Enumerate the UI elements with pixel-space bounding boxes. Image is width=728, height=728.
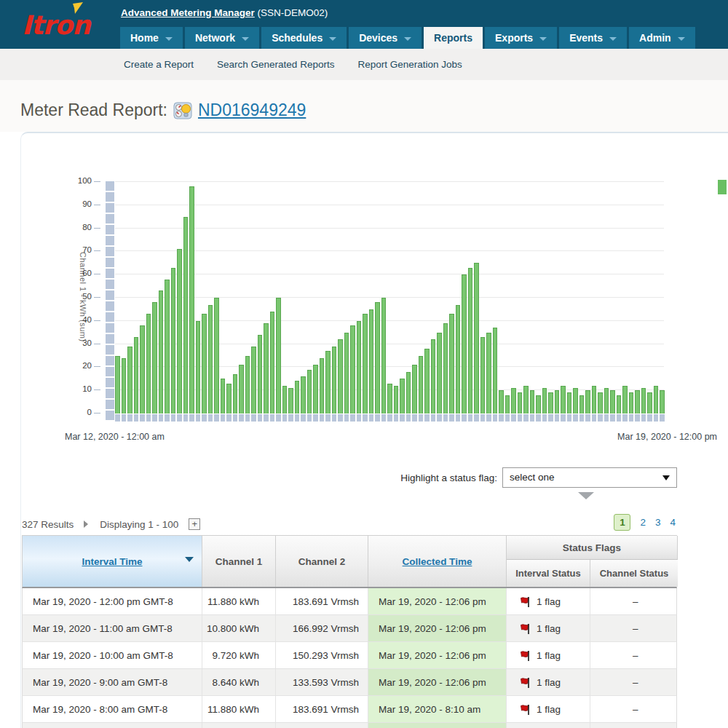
tab-admin[interactable]: Admin — [629, 27, 695, 49]
column-header-collected-time[interactable]: Collected Time — [368, 536, 507, 587]
bar[interactable] — [585, 390, 590, 414]
bar[interactable] — [387, 384, 392, 414]
bar[interactable] — [567, 392, 572, 414]
bar[interactable] — [419, 356, 424, 414]
bar[interactable] — [462, 274, 467, 414]
bar[interactable] — [449, 314, 454, 414]
bar[interactable] — [295, 381, 300, 414]
bar[interactable] — [127, 347, 132, 414]
bar[interactable] — [115, 356, 120, 414]
bar[interactable] — [226, 384, 232, 414]
bar[interactable] — [394, 386, 399, 414]
bar[interactable] — [424, 349, 430, 414]
bar[interactable] — [641, 388, 646, 414]
bar[interactable] — [258, 335, 263, 414]
device-id-link[interactable]: ND016949249 — [198, 100, 306, 120]
bar[interactable] — [307, 370, 312, 414]
tab-schedules[interactable]: Schedules — [261, 27, 347, 49]
bar[interactable] — [251, 347, 256, 414]
bar[interactable] — [548, 392, 553, 414]
bar[interactable] — [122, 358, 127, 414]
bar[interactable] — [264, 323, 269, 414]
bar[interactable] — [196, 321, 201, 414]
bar[interactable] — [523, 386, 529, 414]
bar[interactable] — [245, 356, 250, 414]
bar[interactable] — [325, 351, 331, 414]
page-3-link[interactable]: 3 — [655, 517, 661, 528]
column-header-interval-time[interactable]: Interval Time — [23, 536, 202, 587]
bar[interactable] — [660, 390, 665, 414]
bar[interactable] — [221, 379, 226, 414]
tab-devices[interactable]: Devices — [349, 27, 422, 49]
bar[interactable] — [363, 314, 368, 414]
bar[interactable] — [140, 325, 145, 414]
bar[interactable] — [288, 388, 293, 414]
tab-network[interactable]: Network — [185, 27, 259, 49]
bar[interactable] — [270, 312, 275, 414]
bar[interactable] — [536, 395, 541, 414]
bar[interactable] — [542, 388, 547, 414]
bar[interactable] — [400, 379, 405, 414]
bar[interactable] — [622, 386, 628, 414]
bar[interactable] — [431, 339, 436, 414]
app-title-link[interactable]: Advanced Metering Manager — [121, 7, 255, 18]
bar[interactable] — [493, 328, 498, 414]
subnav-search-generated-reports[interactable]: Search Generated Reports — [217, 59, 334, 70]
bar[interactable] — [239, 365, 244, 414]
bar[interactable] — [480, 337, 486, 414]
bar[interactable] — [381, 298, 387, 414]
bar[interactable] — [573, 388, 578, 414]
bar[interactable] — [338, 339, 343, 414]
bar[interactable] — [412, 365, 417, 414]
bar[interactable] — [511, 388, 516, 414]
bar[interactable] — [134, 337, 139, 414]
bar[interactable] — [610, 390, 615, 414]
bar[interactable] — [617, 395, 622, 414]
bar[interactable] — [332, 347, 337, 414]
bar[interactable] — [635, 390, 640, 414]
page-1-current[interactable]: 1 — [614, 514, 630, 531]
bar[interactable] — [474, 263, 479, 414]
bar[interactable] — [604, 388, 609, 414]
bar[interactable] — [486, 333, 491, 414]
bar[interactable] — [369, 309, 374, 414]
bar[interactable] — [468, 268, 473, 414]
bar[interactable] — [208, 305, 213, 414]
bar[interactable] — [171, 268, 176, 414]
tab-events[interactable]: Events — [559, 27, 627, 49]
bar[interactable] — [518, 392, 523, 414]
page-2-link[interactable]: 2 — [640, 517, 646, 528]
bar[interactable] — [437, 333, 442, 414]
subnav-report-generation-jobs[interactable]: Report Generation Jobs — [357, 59, 462, 70]
chart-scrollbar-thumb[interactable] — [718, 180, 727, 194]
bar[interactable] — [301, 376, 306, 414]
bar[interactable] — [561, 386, 566, 414]
bar[interactable] — [202, 314, 207, 414]
status-flag-select[interactable]: select one — [502, 467, 677, 488]
bar[interactable] — [647, 392, 652, 414]
tab-reports[interactable]: Reports — [424, 27, 483, 49]
bar[interactable] — [177, 249, 182, 414]
bar[interactable] — [592, 386, 597, 414]
subnav-create-a-report[interactable]: Create a Report — [124, 59, 194, 70]
bar[interactable] — [443, 323, 448, 414]
bar[interactable] — [282, 386, 288, 414]
bar[interactable] — [320, 358, 325, 414]
tab-home[interactable]: Home — [120, 27, 183, 49]
bar[interactable] — [350, 325, 355, 414]
bar[interactable] — [598, 392, 603, 414]
bar[interactable] — [159, 290, 164, 414]
bar[interactable] — [152, 302, 157, 414]
bar[interactable] — [530, 390, 535, 414]
bar[interactable] — [406, 372, 411, 414]
bar[interactable] — [313, 365, 318, 414]
bar[interactable] — [183, 217, 189, 414]
bar[interactable] — [344, 333, 349, 414]
bar[interactable] — [555, 390, 560, 414]
bar[interactable] — [233, 374, 238, 414]
bar[interactable] — [146, 314, 151, 414]
tab-exports[interactable]: Exports — [485, 27, 557, 49]
bar[interactable] — [165, 280, 170, 414]
bar[interactable] — [189, 186, 194, 414]
bar[interactable] — [276, 298, 281, 414]
